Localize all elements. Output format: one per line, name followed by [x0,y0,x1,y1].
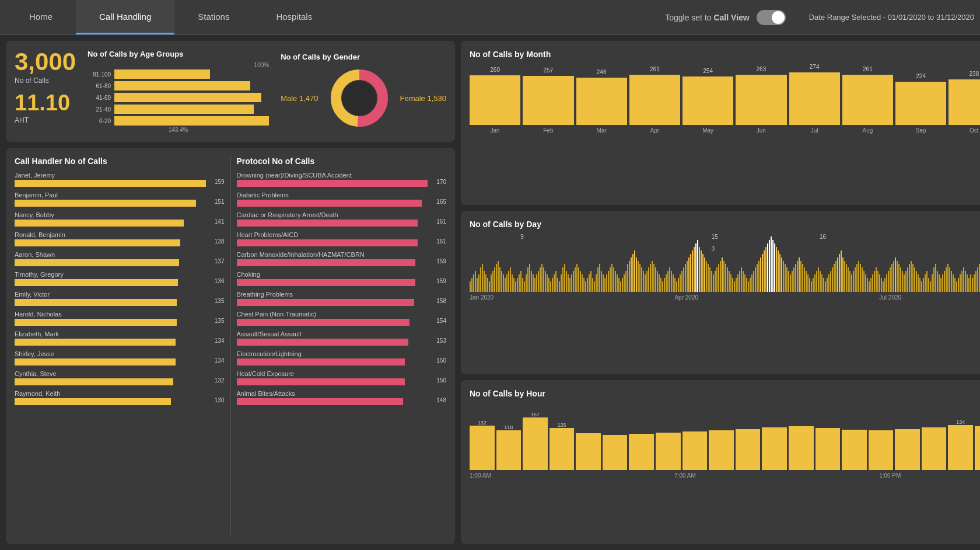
age-group-label: 21-40 [88,106,111,113]
toggle-knob [772,11,785,24]
hour-bar [922,427,947,470]
day-bar [793,267,794,292]
protocol-bar-track [237,200,428,207]
day-bar [776,247,777,292]
stats-card: 3,000 No of Calls 11.10 AHT No of Calls … [6,41,455,142]
daily-peak-2: 15 [712,234,718,240]
day-bar [930,281,931,292]
handler-bar-fill [15,398,171,405]
protocol-bar-row: Chest Pain (Non-Traumatic) 154 [237,311,447,326]
hour-bar [576,433,601,470]
nav-tab-hospitals[interactable]: Hospitals [253,0,335,34]
handler-value: 141 [215,218,225,225]
day-bar [881,278,882,292]
handler-bar-fill [15,378,173,385]
daily-chart-card: No of Calls by Day 9 15 16 4 3 Jan 2020 … [461,211,980,375]
day-bar [744,274,746,292]
day-bar [800,261,802,292]
day-bar [823,278,824,292]
hour-bar [869,430,894,470]
handler-bar-row: Emily, Victor 135 [15,291,225,306]
day-bar [820,271,821,292]
handler-name: Emily, Victor [15,291,225,298]
day-bar [928,278,929,292]
day-bar [918,274,919,292]
daily-mid-val: 3 [712,245,715,252]
aht-label: AHT [15,116,76,124]
gender-section: No of Calls by Gender Male 1,470 Female … [281,50,446,133]
handler-name: Harold, Nicholas [15,311,225,318]
day-bar [470,281,471,292]
call-view-toggle[interactable] [757,10,786,25]
day-bar [639,264,640,292]
month-bar [576,78,627,125]
day-bar [555,271,556,292]
day-bar [489,281,490,292]
month-bar [470,75,520,125]
protocol-value: 159 [436,278,446,284]
day-bar [767,243,768,292]
protocol-bar-fill [237,259,415,266]
day-bar [547,274,548,292]
day-bar [818,267,819,292]
day-bar [725,264,726,292]
protocol-value: 170 [436,179,446,185]
day-bar [862,267,863,292]
protocol-value: 148 [436,397,446,403]
day-bar [583,278,584,292]
hour-bar-col: 115 [682,426,708,470]
nav-tab-stations[interactable]: Stations [174,0,253,34]
day-bar [970,274,971,292]
day-bar [935,264,936,292]
day-bar [564,264,565,292]
hour-bar-col: 108 [629,428,654,470]
hour-bar [629,434,654,470]
day-bar [722,257,723,292]
day-bar [603,274,604,292]
protocol-bar-track [237,239,428,246]
nav-tab-home[interactable]: Home [6,0,76,34]
handler-bar-row: Raymond, Keith 130 [15,390,225,405]
day-bar [905,271,907,292]
handler-bar-row: Ronald, Benjamin 138 [15,231,225,246]
day-bar [655,267,656,292]
day-bar [531,271,532,292]
aht-value: 11.10 [15,92,76,114]
day-bar [769,240,770,292]
day-bar [891,264,892,292]
day-bar [708,264,709,292]
age-pct-label: 100% [88,62,269,68]
day-bar [727,267,728,292]
protocol-value: 161 [436,238,446,245]
handler-bar-track [15,299,206,306]
day-bar [503,274,504,292]
day-bar [888,271,889,292]
day-bar [524,281,525,292]
day-bar [921,281,922,292]
day-bar [543,267,544,292]
age-group-label: 81-100 [88,71,111,78]
protocol-bar-fill [237,220,418,227]
day-bar [680,274,681,292]
month-value: 263 [757,66,766,72]
day-bar [533,274,534,292]
day-bar [496,264,497,292]
hour-bar-col: 120 [842,424,867,470]
protocol-bar-track [237,398,428,405]
month-label: Sep [916,127,926,134]
nav-tab-call-handling[interactable]: Call Handling [76,0,174,34]
day-bar [550,281,551,292]
hour-bar [948,425,973,470]
day-bar [559,281,560,292]
day-bar [953,274,954,292]
protocol-bar-fill [237,378,405,385]
protocol-bar-row: Heart Problems/AICD 161 [237,231,447,246]
day-bar [701,250,702,292]
day-bar [645,274,646,292]
day-bar [944,271,945,292]
day-bar [601,271,602,292]
day-bar [890,267,891,292]
month-value: 260 [490,67,500,73]
protocol-bars: Drowning (near)/Diving/SCUBA Accident 17… [237,172,447,405]
day-bar [485,274,487,292]
